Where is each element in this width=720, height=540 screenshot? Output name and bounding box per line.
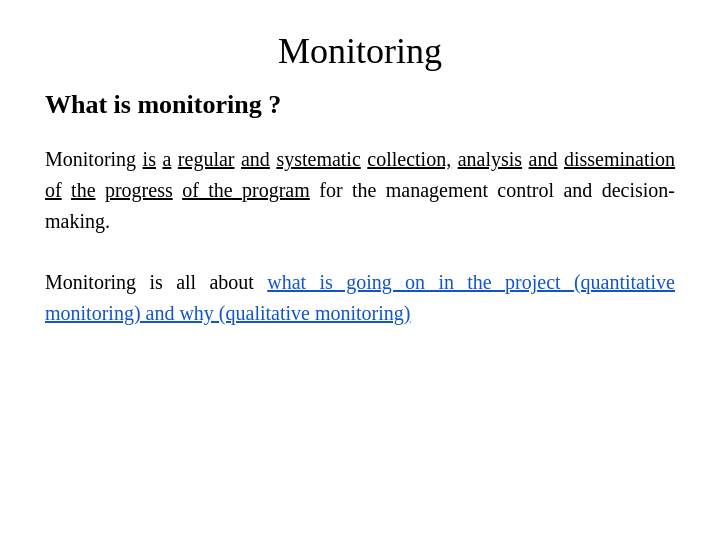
p1-dissemination: dissemination: [564, 148, 675, 170]
p1-the1: the: [71, 179, 95, 201]
p1-sp10: [62, 179, 71, 201]
p1-systematic: systematic: [276, 148, 360, 170]
paragraph-1: Monitoring is a regular and systematic c…: [45, 144, 675, 237]
p1-of-the-program: of the program: [182, 179, 310, 201]
p1-a: a: [162, 148, 171, 170]
paragraph-2: Monitoring is all about what is going on…: [45, 267, 675, 329]
page: Monitoring What is monitoring ? Monitori…: [0, 0, 720, 540]
p1-analysis: analysis: [458, 148, 522, 170]
p1-sp12: [173, 179, 182, 201]
p1-collection: collection,: [367, 148, 451, 170]
p1-and1: and: [241, 148, 270, 170]
subtitle: What is monitoring ?: [45, 90, 281, 120]
p1-and2: and: [529, 148, 558, 170]
p2-start: Monitoring is all about: [45, 271, 267, 293]
p1-regular: regular: [178, 148, 235, 170]
p1-progress: progress: [105, 179, 173, 201]
p1-is: is: [143, 148, 156, 170]
p1-sp11: [96, 179, 105, 201]
p1-of: of: [45, 179, 62, 201]
p1-monitoring: Monitoring: [45, 148, 143, 170]
page-title: Monitoring: [45, 30, 675, 72]
